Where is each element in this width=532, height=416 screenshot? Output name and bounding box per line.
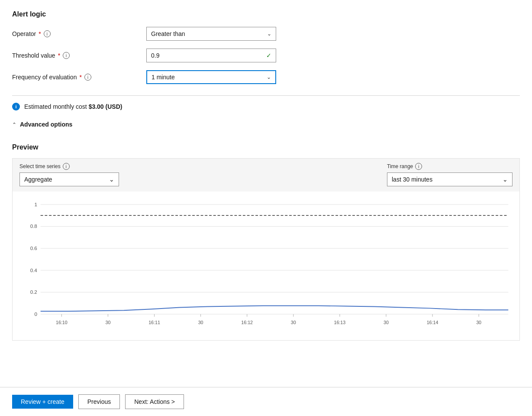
- time-range-value: last 30 minutes: [392, 176, 432, 183]
- time-series-group: Select time series i Aggregate ⌄: [19, 163, 119, 186]
- svg-text:0.6: 0.6: [30, 245, 37, 251]
- section-title: Alert logic: [12, 10, 520, 18]
- operator-label-group: Operator * i: [12, 30, 146, 37]
- svg-text:16:13: 16:13: [334, 320, 345, 325]
- chart-container: Select time series i Aggregate ⌄ Time ra…: [12, 158, 520, 341]
- frequency-info-icon[interactable]: i: [84, 74, 91, 81]
- cost-text: Estimated monthly cost $3.00 (USD): [24, 103, 122, 110]
- svg-text:30: 30: [476, 320, 481, 325]
- time-series-value: Aggregate: [24, 176, 52, 183]
- cost-row: i Estimated monthly cost $3.00 (USD): [12, 103, 520, 110]
- svg-text:30: 30: [384, 320, 389, 325]
- frequency-chevron-icon: ⌄: [267, 74, 271, 80]
- time-range-label-group: Time range i: [387, 163, 513, 170]
- svg-text:0.8: 0.8: [30, 223, 37, 229]
- frequency-value: 1 minute: [152, 74, 175, 81]
- advanced-options-toggle[interactable]: ⌄ Advanced options: [12, 119, 520, 130]
- svg-text:1: 1: [34, 202, 37, 207]
- chart-area: 1 0.8 0.6 0.4 0.2 0: [13, 192, 519, 340]
- svg-text:0.2: 0.2: [30, 289, 37, 295]
- preview-section: Preview Select time series i Aggregate ⌄: [12, 143, 520, 341]
- section-divider: [12, 95, 520, 96]
- footer-bar: Review + create Previous Next: Actions >: [0, 387, 532, 416]
- time-series-select[interactable]: Aggregate ⌄: [19, 172, 119, 186]
- threshold-label: Threshold value: [12, 52, 55, 59]
- time-range-info-icon[interactable]: i: [415, 163, 422, 170]
- time-series-chevron-icon: ⌄: [109, 176, 114, 183]
- time-series-label-group: Select time series i: [19, 163, 119, 170]
- svg-text:16:11: 16:11: [148, 320, 160, 325]
- threshold-valid-icon: ✓: [266, 52, 271, 59]
- next-actions-button[interactable]: Next: Actions >: [125, 394, 184, 409]
- svg-text:16:14: 16:14: [427, 320, 438, 325]
- operator-required: *: [39, 30, 41, 37]
- time-range-select[interactable]: last 30 minutes ⌄: [387, 172, 513, 186]
- advanced-options-chevron-icon: ⌄: [12, 121, 16, 127]
- time-series-info-icon[interactable]: i: [63, 163, 70, 170]
- svg-text:30: 30: [105, 320, 110, 325]
- threshold-label-group: Threshold value * i: [12, 52, 146, 59]
- operator-select[interactable]: Greater than ⌄: [146, 27, 276, 41]
- frequency-label-group: Frequency of evaluation * i: [12, 74, 146, 81]
- review-create-button[interactable]: Review + create: [12, 395, 73, 409]
- svg-text:16:12: 16:12: [241, 320, 253, 325]
- time-range-chevron-icon: ⌄: [503, 176, 508, 183]
- svg-text:30: 30: [198, 320, 203, 325]
- svg-text:30: 30: [291, 320, 296, 325]
- previous-button[interactable]: Previous: [78, 394, 120, 409]
- threshold-value: 0.9: [151, 52, 266, 59]
- time-series-label: Select time series: [19, 163, 61, 169]
- threshold-row: Threshold value * i 0.9 ✓: [12, 49, 520, 62]
- operator-row: Operator * i Greater than ⌄: [12, 27, 520, 41]
- operator-chevron-icon: ⌄: [267, 31, 271, 37]
- chart-svg: 1 0.8 0.6 0.4 0.2 0: [19, 197, 513, 335]
- time-range-group: Time range i last 30 minutes ⌄: [387, 163, 513, 186]
- svg-text:0: 0: [34, 311, 37, 317]
- preview-title: Preview: [12, 143, 520, 151]
- cost-info-icon: i: [12, 103, 20, 110]
- svg-text:0.4: 0.4: [30, 267, 38, 273]
- threshold-info-icon[interactable]: i: [63, 52, 70, 59]
- operator-label: Operator: [12, 30, 36, 37]
- time-range-label: Time range: [387, 163, 413, 169]
- frequency-required: *: [79, 74, 81, 81]
- threshold-input-wrapper: 0.9 ✓: [146, 49, 276, 62]
- operator-value: Greater than: [151, 30, 185, 37]
- svg-text:16:10: 16:10: [56, 320, 68, 325]
- threshold-required: *: [58, 52, 60, 59]
- frequency-row: Frequency of evaluation * i 1 minute ⌄: [12, 70, 520, 84]
- chart-controls: Select time series i Aggregate ⌄ Time ra…: [13, 159, 519, 192]
- frequency-select[interactable]: 1 minute ⌄: [146, 70, 276, 84]
- operator-info-icon[interactable]: i: [44, 30, 51, 37]
- frequency-label: Frequency of evaluation: [12, 74, 77, 81]
- advanced-options-label: Advanced options: [20, 121, 72, 128]
